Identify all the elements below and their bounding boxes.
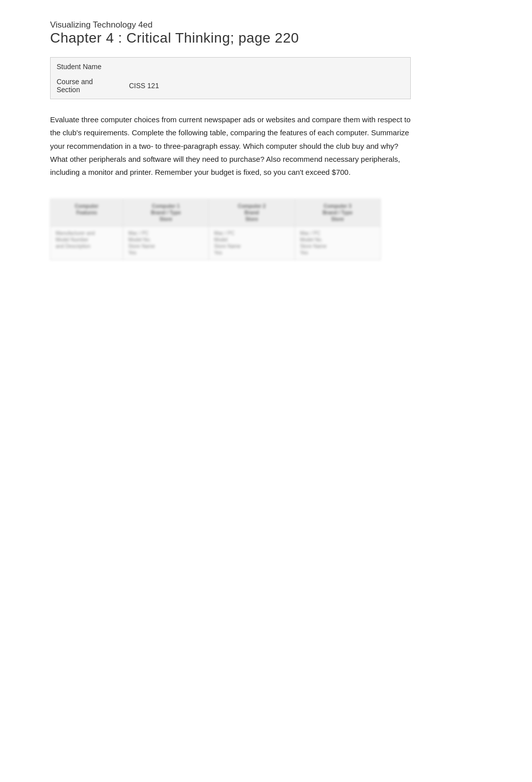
table-cell-c2: Mac / PCModelStore NameYes: [209, 226, 295, 260]
course-section-label: Course and Section: [51, 74, 123, 99]
table-header-computer2: Computer 2BrandStore: [209, 199, 295, 226]
table-cell-c3: Mac / PCModel No.Store NameYes: [295, 226, 380, 260]
comparison-table: ComputerFeatures Computer 1Brand / TypeS…: [50, 199, 381, 260]
comparison-table-container: ComputerFeatures Computer 1Brand / TypeS…: [50, 199, 381, 260]
table-header-computer1: Computer 1Brand / TypeStore: [123, 199, 208, 226]
course-section-value: CISS 121: [123, 74, 411, 99]
table-row: Manufacturer andModel Numberand Descript…: [51, 226, 381, 260]
student-name-value: [123, 58, 411, 75]
student-info-table: Student Name Course and Section CISS 121: [50, 57, 411, 99]
book-title: Visualizing Technology 4ed: [50, 20, 482, 30]
table-header-computer3: Computer 3Brand / TypeStore: [295, 199, 380, 226]
table-cell-feature: Manufacturer andModel Numberand Descript…: [51, 226, 123, 260]
description-text: Evaluate three computer choices from cur…: [50, 113, 411, 179]
chapter-heading: Chapter 4 : Critical Thinking; page 220: [50, 30, 482, 46]
table-cell-c1: Mac / PCModel No.Store NameYes: [123, 226, 208, 260]
table-header-features: ComputerFeatures: [51, 199, 123, 226]
student-name-label: Student Name: [51, 58, 123, 75]
